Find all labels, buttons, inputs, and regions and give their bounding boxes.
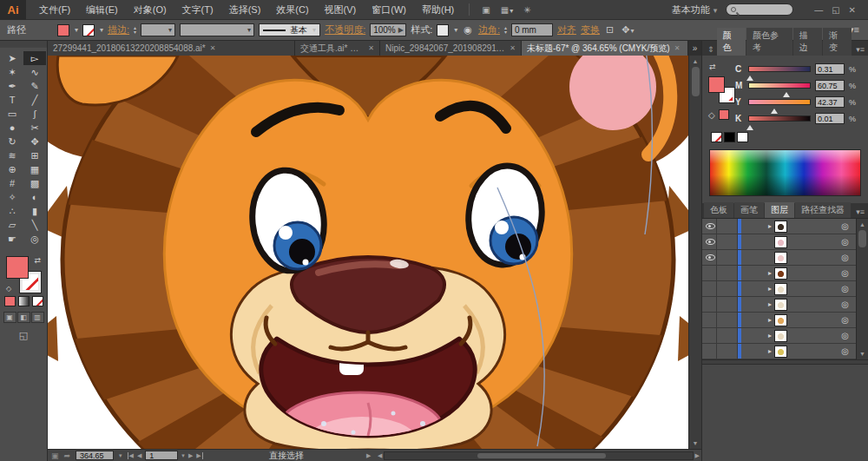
draw-inside-icon[interactable]: ▥: [31, 312, 44, 323]
scroll-up-icon[interactable]: ▲: [859, 219, 865, 230]
channel-value-field[interactable]: 60.75: [815, 80, 845, 91]
tab-颜色[interactable]: 颜色: [717, 28, 746, 56]
tool-rectangle[interactable]: ▭: [1, 107, 23, 121]
layer-row[interactable]: ▸◎: [702, 266, 868, 281]
target-icon[interactable]: ◎: [841, 253, 849, 262]
tab-close-icon[interactable]: ✕: [210, 44, 216, 52]
chevron-down-icon[interactable]: ▾: [454, 26, 457, 34]
arrange-documents-icon[interactable]: ▦▾: [496, 3, 518, 16]
menu-对象(O)[interactable]: 对象(O): [126, 0, 174, 20]
swap-fill-stroke-icon[interactable]: ⇄: [709, 63, 716, 71]
restore-button[interactable]: ◱: [832, 5, 839, 15]
layer-row[interactable]: ▸◎: [702, 313, 868, 328]
channel-value-field[interactable]: 0.31: [815, 63, 845, 75]
tab-颜色参考[interactable]: 颜色参考: [746, 28, 792, 56]
target-icon[interactable]: ◎: [841, 284, 849, 293]
chevron-down-icon[interactable]: ▾: [100, 26, 103, 34]
workspace-switcher[interactable]: 基本功能▾: [672, 3, 718, 16]
layers-scrollbar[interactable]: ▲ ▼: [856, 219, 868, 359]
layer-thumbnail[interactable]: [774, 299, 787, 311]
layer-row[interactable]: ▸◎: [702, 281, 868, 297]
vertical-scroll-thumb[interactable]: [692, 67, 700, 96]
transform-link[interactable]: 变换: [581, 23, 600, 36]
menu-选择(S)[interactable]: 选择(S): [221, 0, 269, 20]
recolor-artwork-icon[interactable]: ◉: [462, 24, 474, 36]
lock-cell[interactable]: [717, 328, 738, 343]
cs-live-icon[interactable]: ✳: [518, 3, 536, 16]
visibility-toggle[interactable]: [704, 313, 717, 327]
tool-selection[interactable]: ➤: [1, 51, 23, 65]
channel-value-field[interactable]: 42.37: [815, 96, 845, 108]
tool-eyedropper[interactable]: ✧: [1, 190, 23, 204]
zoom-level-field[interactable]: 364.65: [76, 451, 114, 460]
export-icon[interactable]: ➦: [64, 451, 71, 460]
visibility-toggle[interactable]: [704, 281, 717, 296]
opacity-link[interactable]: 不透明度:: [325, 23, 365, 36]
visibility-toggle[interactable]: [704, 297, 717, 312]
color-button[interactable]: [4, 296, 16, 306]
status-expand-icon[interactable]: ▶: [366, 452, 371, 459]
slider-thumb[interactable]: [746, 122, 753, 130]
variable-width-profile[interactable]: ▾: [180, 23, 254, 36]
tool-type[interactable]: T: [1, 93, 23, 107]
gamut-warning[interactable]: ◇: [708, 109, 729, 120]
tab-图层[interactable]: 图层: [765, 202, 794, 218]
tab-路径查找器[interactable]: 路径查找器: [795, 202, 851, 218]
lock-cell[interactable]: [717, 234, 738, 249]
tool-hand[interactable]: ☛: [1, 232, 23, 246]
expand-icon[interactable]: ▸: [741, 316, 774, 324]
menu-文件(F)[interactable]: 文件(F): [31, 0, 78, 20]
fill-color-swatch[interactable]: [57, 24, 69, 36]
corner-stepper[interactable]: ▴▾: [504, 26, 507, 35]
tool-line-segment[interactable]: ╱: [23, 93, 46, 107]
horizontal-scrollbar[interactable]: ◀ ▶: [378, 451, 700, 460]
menu-文字(T)[interactable]: 文字(T): [174, 0, 221, 20]
tool-blob-brush[interactable]: ●: [1, 121, 23, 135]
tab-色板[interactable]: 色板: [704, 202, 733, 218]
last-artboard-icon[interactable]: ▶: [196, 452, 202, 459]
search-input[interactable]: [740, 5, 788, 14]
artboard-dropdown-icon[interactable]: ▾: [181, 452, 185, 459]
scroll-down-icon[interactable]: ▼: [693, 438, 699, 449]
tab-overflow-icon[interactable]: »: [688, 41, 701, 56]
layer-row[interactable]: ▸◎: [702, 219, 868, 234]
close-button[interactable]: ✕: [849, 5, 856, 15]
visibility-toggle[interactable]: [704, 250, 717, 265]
scroll-right-icon[interactable]: ▶: [695, 452, 700, 459]
tool-width[interactable]: ≋: [1, 148, 23, 162]
lock-cell[interactable]: [717, 266, 738, 280]
target-icon[interactable]: ◎: [841, 331, 849, 340]
layer-row[interactable]: ◎: [702, 250, 868, 266]
tool-magic-wand[interactable]: ✶: [1, 65, 23, 79]
channel-slider[interactable]: [748, 66, 811, 72]
tool-live-paint-bucket[interactable]: ▦: [23, 162, 46, 176]
expand-icon[interactable]: ▸: [741, 285, 774, 293]
tab-close-icon[interactable]: ✕: [368, 44, 374, 52]
lock-cell[interactable]: [717, 281, 738, 296]
document-tab[interactable]: 27299441_20180613220208854088.ai*✕: [48, 41, 295, 56]
expand-icon[interactable]: ▸: [741, 222, 774, 230]
chevron-down-icon[interactable]: ▾: [75, 26, 78, 34]
layer-row[interactable]: ▸◎: [702, 344, 868, 359]
tool-lasso[interactable]: ∿: [23, 65, 46, 79]
black-swatch[interactable]: [724, 132, 735, 142]
slider-thumb[interactable]: [746, 72, 753, 81]
expand-icon[interactable]: ▸: [741, 269, 774, 277]
visibility-toggle[interactable]: [704, 328, 717, 343]
menu-效果(C)[interactable]: 效果(C): [268, 0, 316, 20]
tab-close-icon[interactable]: ✕: [674, 44, 681, 52]
tab-close-icon[interactable]: ✕: [510, 44, 516, 52]
visibility-toggle[interactable]: [704, 234, 717, 249]
brush-definition[interactable]: 基本▾: [259, 23, 320, 36]
tab-渐变[interactable]: 渐变: [823, 28, 852, 56]
lock-cell[interactable]: [717, 219, 738, 234]
artboard-number-field[interactable]: 1: [145, 451, 178, 460]
artboard-canvas[interactable]: [48, 56, 688, 449]
menu-帮助(H)[interactable]: 帮助(H): [414, 0, 462, 20]
default-fill-stroke-icon[interactable]: ◇: [6, 285, 11, 293]
target-icon[interactable]: ◎: [841, 300, 849, 309]
channel-value-field[interactable]: 0.01: [815, 113, 845, 124]
tool-column-graph[interactable]: ▮: [23, 204, 46, 218]
target-icon[interactable]: ◎: [841, 268, 849, 278]
tab-画笔[interactable]: 画笔: [734, 202, 764, 218]
